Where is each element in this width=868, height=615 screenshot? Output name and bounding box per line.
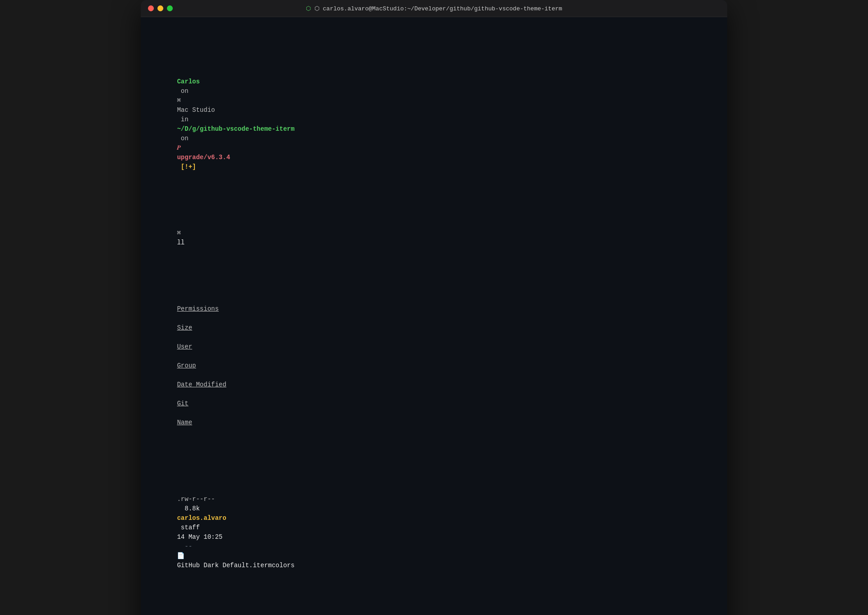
file-row-1: .rw-r--r-- 8.8k carlos.alvaro staff 14 M… bbox=[154, 485, 714, 580]
prompt-line-1: Carlos on ⌘ Mac Studio in ~/D/g/github-v… bbox=[154, 68, 714, 181]
terminal-body[interactable]: Carlos on ⌘ Mac Studio in ~/D/g/github-v… bbox=[141, 17, 727, 615]
command-ll: ⌘ ll bbox=[154, 219, 714, 257]
prompt-name-1: Carlos bbox=[177, 78, 199, 85]
file-row-2: .rw-r--r-- 8.9k carlos.alvaro staff 14 M… bbox=[154, 608, 714, 615]
ls-header: Permissions Size User Group Date Modifie… bbox=[154, 295, 714, 437]
maximize-button[interactable] bbox=[167, 5, 173, 11]
window-title: ⬡ ⬡ carlos.alvaro@MacStudio:~/Developer/… bbox=[306, 5, 562, 12]
minimize-button[interactable] bbox=[157, 5, 163, 11]
terminal-window: ⬡ ⬡ carlos.alvaro@MacStudio:~/Developer/… bbox=[141, 0, 727, 615]
title-bar: ⬡ ⬡ carlos.alvaro@MacStudio:~/Developer/… bbox=[141, 0, 727, 17]
close-button[interactable] bbox=[148, 5, 154, 11]
